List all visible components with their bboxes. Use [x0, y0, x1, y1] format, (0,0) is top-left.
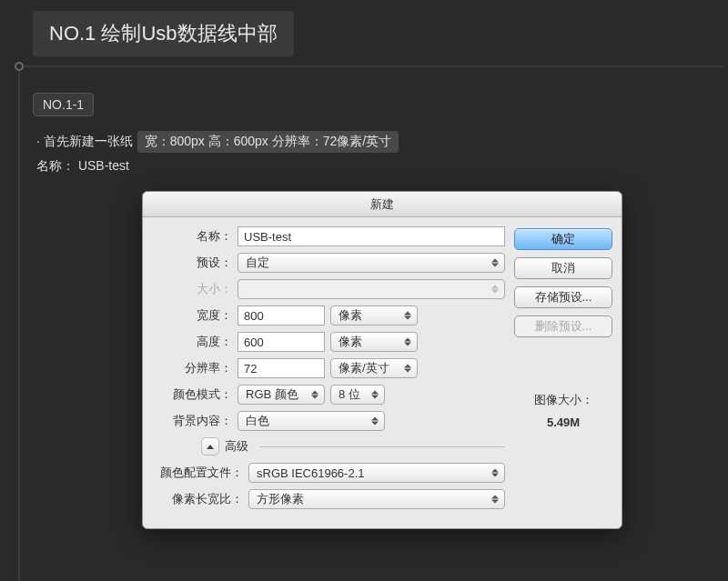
height-input[interactable] — [238, 332, 325, 352]
chevron-updown-icon — [491, 496, 499, 504]
name-label: 名称： — [152, 228, 232, 245]
step-name-label: 名称： — [36, 158, 75, 173]
color-profile-label: 颜色配置文件： — [152, 465, 243, 481]
bg-label: 背景内容： — [152, 413, 232, 429]
resolution-input[interactable] — [238, 358, 325, 378]
chevron-updown-icon — [491, 259, 499, 267]
pixel-aspect-dropdown[interactable]: 方形像素 — [248, 489, 505, 509]
page-title: NO.1 绘制Usb数据线中部 — [33, 11, 294, 56]
color-mode-label: 颜色模式： — [152, 386, 232, 403]
pixel-aspect-value: 方形像素 — [257, 491, 304, 507]
preset-label: 预设： — [152, 255, 232, 271]
bg-dropdown[interactable]: 白色 — [238, 411, 385, 431]
image-size-label: 图像大小： — [514, 392, 612, 408]
chevron-updown-icon — [371, 391, 379, 399]
width-unit-dropdown[interactable]: 像素 — [330, 306, 418, 326]
size-dropdown — [238, 279, 505, 299]
color-profile-dropdown[interactable]: sRGB IEC61966-2.1 — [248, 463, 505, 483]
chevron-updown-icon — [404, 365, 411, 373]
color-profile-value: sRGB IEC61966-2.1 — [257, 466, 365, 480]
color-mode-dropdown[interactable]: RGB 颜色 — [238, 385, 325, 405]
resolution-unit-value: 像素/英寸 — [339, 360, 389, 376]
triangle-up-icon — [207, 445, 214, 449]
width-label: 宽度： — [152, 307, 232, 324]
timeline-line — [18, 71, 20, 581]
ok-button[interactable]: 确定 — [514, 228, 612, 250]
step-name-value: USB-test — [78, 158, 129, 173]
save-preset-button[interactable]: 存储预设... — [514, 286, 612, 308]
preset-dropdown[interactable]: 自定 — [238, 253, 505, 273]
name-input[interactable] — [238, 226, 505, 246]
size-label: 大小： — [188, 281, 232, 297]
new-document-dialog: 新建 名称： 预设： 自定 大小： 宽 — [142, 191, 622, 529]
chevron-updown-icon — [404, 312, 411, 320]
chevron-updown-icon — [404, 338, 411, 346]
chevron-updown-icon — [491, 285, 499, 294]
chevron-updown-icon — [371, 417, 379, 426]
timeline-dot-icon — [15, 62, 24, 71]
preset-value: 自定 — [246, 255, 269, 271]
step-spec-badge: 宽：800px 高：600px 分辨率：72像素/英寸 — [137, 131, 399, 153]
cancel-button[interactable]: 取消 — [514, 257, 612, 279]
color-depth-value: 8 位 — [339, 386, 360, 403]
step-name-line: 名称： USB-test — [36, 158, 728, 175]
bg-value: 白色 — [246, 413, 269, 429]
step-desc-prefix: · 首先新建一张纸 — [36, 134, 133, 148]
step-badge: NO.1-1 — [33, 93, 94, 116]
color-depth-dropdown[interactable]: 8 位 — [330, 385, 385, 405]
resolution-label: 分辨率： — [152, 360, 232, 376]
width-unit-value: 像素 — [339, 307, 362, 324]
image-size-value: 5.49M — [514, 416, 612, 429]
color-mode-value: RGB 颜色 — [246, 386, 298, 403]
divider — [259, 446, 505, 447]
width-input[interactable] — [238, 306, 325, 326]
chevron-updown-icon — [491, 469, 499, 477]
dialog-title: 新建 — [143, 192, 622, 217]
height-unit-value: 像素 — [339, 334, 362, 350]
delete-preset-button: 删除预设... — [514, 316, 612, 337]
resolution-unit-dropdown[interactable]: 像素/英寸 — [330, 358, 418, 378]
divider — [24, 65, 724, 67]
pixel-aspect-label: 像素长宽比： — [152, 491, 243, 507]
advanced-disclosure-button[interactable] — [201, 437, 219, 456]
advanced-label: 高级 — [225, 438, 248, 455]
step-description: · 首先新建一张纸 宽：800px 高：600px 分辨率：72像素/英寸 — [36, 131, 728, 153]
height-label: 高度： — [152, 334, 232, 350]
chevron-updown-icon — [311, 391, 318, 399]
height-unit-dropdown[interactable]: 像素 — [330, 332, 418, 352]
